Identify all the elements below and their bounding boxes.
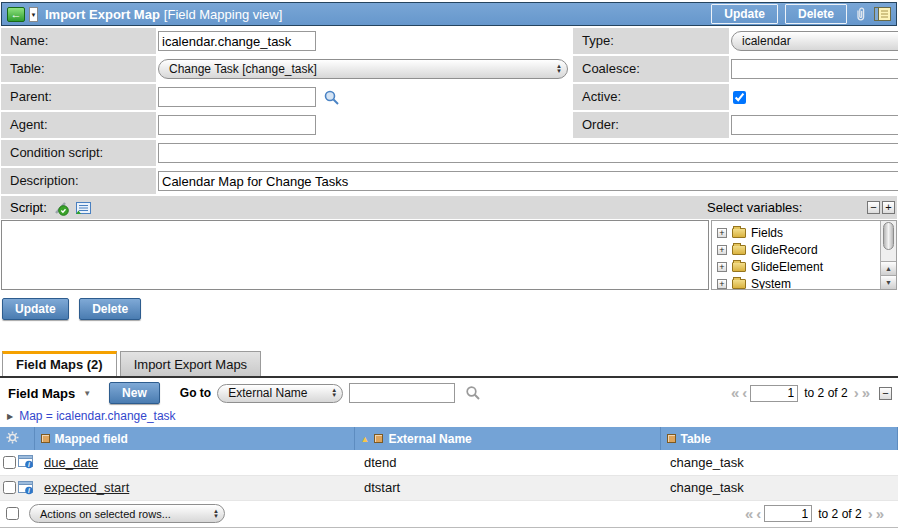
tree-item-label: System xyxy=(751,277,791,290)
collapse-all-icon[interactable]: − xyxy=(867,201,880,214)
gear-icon[interactable] xyxy=(6,431,19,444)
goto-field-select[interactable]: External Name ▲▼ xyxy=(217,384,343,403)
paperclip-icon[interactable] xyxy=(854,6,867,23)
row-checkbox[interactable] xyxy=(3,456,16,469)
reference-lookup-icon[interactable] xyxy=(323,89,340,106)
delete-button[interactable]: Delete xyxy=(79,298,141,320)
record-preview-icon[interactable]: i xyxy=(18,481,34,495)
order-field[interactable] xyxy=(731,115,898,135)
prev-page-icon[interactable]: ‹ xyxy=(756,507,761,521)
select-variables-tree: + Fields + GlideRecord + GlideElement + xyxy=(711,220,897,290)
last-page-icon[interactable]: » xyxy=(876,507,884,521)
tree-item-label: Fields xyxy=(751,226,783,240)
pagination-range: to 2 of 2 xyxy=(818,507,861,521)
related-list-tabs: Field Maps (2) Import Export Maps xyxy=(0,351,898,378)
table-select[interactable]: Change Task [change_task] ▲▼ xyxy=(158,59,568,79)
type-select[interactable]: icalendar ▲▼ xyxy=(731,31,898,51)
table-cell: change_task xyxy=(660,450,898,475)
agent-label: Agent: xyxy=(1,112,156,138)
column-header-mapped-field[interactable]: Mapped field xyxy=(34,427,354,450)
form-buttons: Update Delete xyxy=(2,298,898,320)
page-title: Import Export Map xyxy=(45,7,160,22)
expand-icon[interactable]: + xyxy=(717,262,727,272)
list-footer: Actions on selected rows... ▲▼ « ‹ to 2 … xyxy=(0,501,898,528)
condition-script-field[interactable] xyxy=(158,143,898,163)
collapse-list-icon[interactable]: − xyxy=(879,387,892,400)
back-icon[interactable]: ← xyxy=(7,7,25,22)
script-section-body: + Fields + GlideRecord + GlideElement + xyxy=(1,220,897,290)
scrollbar-thumb[interactable] xyxy=(883,222,894,250)
order-label: Order: xyxy=(573,112,729,138)
mapped-field-link[interactable]: expected_start xyxy=(44,480,129,495)
folder-icon xyxy=(732,279,746,289)
tree-item-fields[interactable]: + Fields xyxy=(712,224,880,241)
table-label: Table: xyxy=(1,56,156,82)
tab-field-maps[interactable]: Field Maps (2) xyxy=(2,351,117,376)
next-page-icon[interactable]: › xyxy=(854,386,859,400)
table-select-value: Change Task [change_task] xyxy=(169,62,317,76)
view-label: [Field Mapping view] xyxy=(164,7,283,22)
scroll-up-icon[interactable]: ▲ xyxy=(881,261,896,275)
expand-icon[interactable]: + xyxy=(717,228,727,238)
list-search-input[interactable] xyxy=(349,383,455,403)
field-icon xyxy=(667,434,676,443)
tree-item-gliderecord[interactable]: + GlideRecord xyxy=(712,241,880,258)
page-number-input[interactable] xyxy=(764,505,812,522)
list-toolbar: Field Maps ▼ New Go to External Name ▲▼ … xyxy=(0,378,898,407)
tree-scrollbar[interactable]: ▲ ▼ xyxy=(880,221,896,289)
next-page-icon[interactable]: › xyxy=(868,507,873,521)
agent-field[interactable] xyxy=(158,115,316,135)
new-button[interactable]: New xyxy=(109,382,160,404)
form: Name: Type: icalendar ▲▼ Table: Change T… xyxy=(1,28,897,194)
script-editor-icon[interactable] xyxy=(75,201,92,215)
prev-page-icon[interactable]: ‹ xyxy=(742,386,747,400)
record-preview-icon[interactable]: i xyxy=(18,455,34,469)
first-page-icon[interactable]: « xyxy=(731,386,739,400)
active-checkbox[interactable] xyxy=(733,91,746,104)
table-row: i expected_start dtstart change_task xyxy=(0,475,898,500)
stepper-icon: ▲▼ xyxy=(207,509,219,519)
column-label: Mapped field xyxy=(55,432,128,446)
coalesce-field[interactable] xyxy=(731,59,898,79)
list-pagination-bottom: « ‹ to 2 of 2 › » xyxy=(745,505,884,522)
expand-icon[interactable]: + xyxy=(717,245,727,255)
folder-icon xyxy=(732,245,746,255)
tree-item-glideelement[interactable]: + GlideElement xyxy=(712,258,880,275)
last-page-icon[interactable]: » xyxy=(862,386,870,400)
syntax-check-icon[interactable] xyxy=(53,200,70,216)
actions-select[interactable]: Actions on selected rows... ▲▼ xyxy=(29,504,225,523)
breadcrumb-link[interactable]: Map = icalendar.change_task xyxy=(19,409,175,423)
breadcrumb-arrow-icon[interactable]: ▶ xyxy=(7,412,13,421)
expand-all-icon[interactable]: + xyxy=(882,201,895,214)
page: ← ▼ Import Export Map [Field Mapping vie… xyxy=(0,0,898,529)
personalize-form-icon[interactable] xyxy=(874,7,891,21)
pagination-range: to 2 of 2 xyxy=(804,386,847,400)
expand-icon[interactable]: + xyxy=(717,279,727,289)
page-number-input[interactable] xyxy=(750,385,798,402)
personalize-list-header[interactable] xyxy=(0,427,34,450)
first-page-icon[interactable]: « xyxy=(745,507,753,521)
stepper-icon: ▲▼ xyxy=(325,388,337,398)
description-field[interactable] xyxy=(158,171,898,191)
delete-button-header[interactable]: Delete xyxy=(785,4,847,24)
select-variables-label: Select variables: xyxy=(707,200,802,215)
column-header-external-name[interactable]: ▲External Name xyxy=(354,427,660,450)
update-button-header[interactable]: Update xyxy=(711,4,778,24)
type-label: Type: xyxy=(573,28,729,54)
column-header-table[interactable]: Table xyxy=(660,427,898,450)
search-icon[interactable] xyxy=(465,385,481,401)
back-menu-caret-icon[interactable]: ▼ xyxy=(29,7,38,22)
select-all-checkbox[interactable] xyxy=(6,507,19,520)
row-checkbox[interactable] xyxy=(3,481,16,494)
script-textarea[interactable] xyxy=(1,220,709,290)
list-menu-caret-icon[interactable]: ▼ xyxy=(83,389,91,398)
tab-import-export-maps[interactable]: Import Export Maps xyxy=(120,351,261,376)
scroll-down-icon[interactable]: ▼ xyxy=(881,275,896,289)
svg-text:i: i xyxy=(28,486,30,493)
mapped-field-link[interactable]: due_date xyxy=(44,455,98,470)
update-button[interactable]: Update xyxy=(2,298,69,320)
breadcrumb: ▶ Map = icalendar.change_task xyxy=(0,407,898,427)
tree-item-system[interactable]: + System xyxy=(712,275,880,289)
name-field[interactable] xyxy=(158,31,316,51)
parent-field[interactable] xyxy=(158,87,316,107)
